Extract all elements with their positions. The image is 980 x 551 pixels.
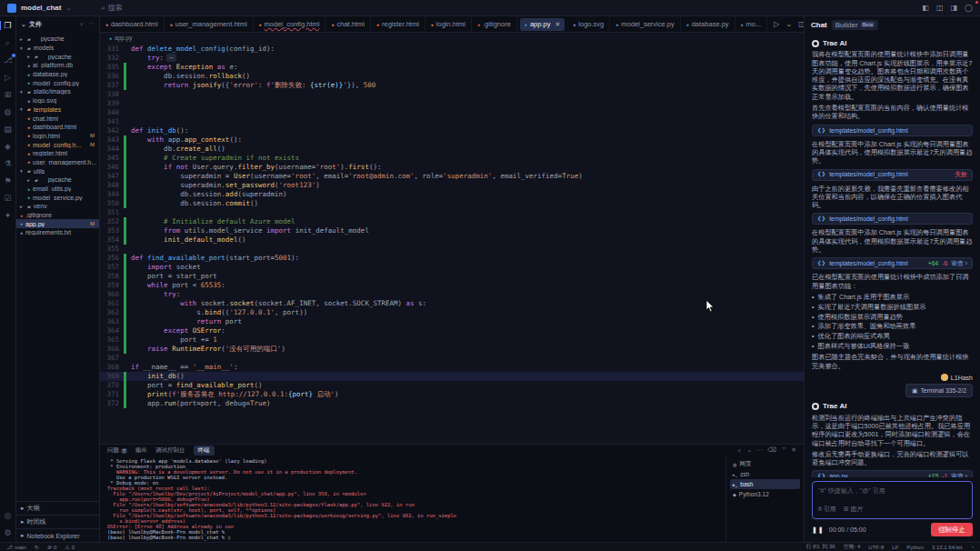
terminal-output[interactable]: * Serving Flask app 'models.database' (l…: [100, 456, 725, 542]
sidebar-section-notebook-explorer[interactable]: ▸Notebook Explorer: [16, 528, 99, 542]
run-dropdown-icon[interactable]: ⌄: [785, 20, 792, 28]
tab-register-html[interactable]: ●register.html: [371, 16, 425, 32]
tab-model-config-html[interactable]: ●model_config.html: [254, 16, 326, 32]
tree-item-model-config-h---[interactable]: ●model_config.h...M: [16, 140, 99, 149]
database-icon[interactable]: ▤: [4, 125, 12, 134]
new-terminal-icon[interactable]: ＋: [735, 446, 742, 456]
tree-item-logo-svg[interactable]: ●logo.svg: [16, 96, 99, 105]
chat-messages[interactable]: Trae AI我将在模型配置页面的使用量统计模块中添加日调用量图表功能，使用 C…: [805, 33, 980, 477]
account-icon[interactable]: ◯: [965, 4, 973, 12]
kill-terminal-icon[interactable]: ⌫: [767, 446, 776, 456]
review-button[interactable]: 审查 ›: [951, 259, 967, 267]
tab-model-service-py[interactable]: ●model_service.py: [610, 16, 680, 32]
tree-item-static-images[interactable]: ▾▰static/images: [16, 87, 99, 96]
todo-icon[interactable]: ☑: [4, 194, 11, 203]
status-language-mode[interactable]: Python: [906, 543, 924, 551]
tab-chat-html[interactable]: ●chat.html: [325, 16, 370, 32]
terminal-session-zsh[interactable]: ▸_zsh: [730, 469, 800, 479]
status-eol[interactable]: LF: [892, 543, 898, 551]
chat-icon[interactable]: ✦: [5, 211, 12, 220]
tab-database-py[interactable]: ●database.py: [681, 16, 735, 32]
tree-item-model-service-py[interactable]: ●model_service.py: [16, 193, 99, 202]
review-button[interactable]: 审查 ›: [951, 472, 967, 477]
tree-item-login-html[interactable]: ●login.htmlM: [16, 132, 99, 141]
settings-gear-icon[interactable]: ⚙: [4, 528, 11, 537]
remote-icon[interactable]: ◍: [5, 107, 12, 116]
tree-item-models[interactable]: ▾▰models: [16, 44, 99, 53]
sidebar-section----[interactable]: ▸时间线: [16, 515, 99, 528]
terminal-session-bash[interactable]: ▸_bash: [730, 479, 800, 489]
panel-tab-调试控制台[interactable]: 调试控制台: [155, 446, 185, 455]
file-reference-chip[interactable]: ❮❯templates/model_config.html: [812, 213, 973, 225]
tree-item-templates[interactable]: ▾▰templates: [16, 105, 99, 115]
sidebar-section---[interactable]: ▸大纲: [16, 501, 99, 515]
tree-item---pycache--[interactable]: ▸▰__pycache__: [16, 35, 99, 44]
tree-item-database-py[interactable]: ●database.py: [16, 70, 99, 79]
tab-mo---[interactable]: ●mo...: [735, 16, 768, 32]
file-reference-chip[interactable]: ❮❯templates/model_config.html+64-6审查 ›: [812, 257, 973, 269]
panel-tab-终端[interactable]: 终端: [194, 446, 215, 456]
source-control-icon[interactable]: ⎇: [3, 55, 12, 65]
layout-right-icon[interactable]: ◨: [950, 4, 957, 12]
tab-user-management-html[interactable]: ●user_management.html: [165, 16, 254, 32]
terminal-session-python3.12[interactable]: ◆Python3.12: [730, 489, 800, 499]
tree-item-user-management-h---[interactable]: ●user_management.h...: [16, 158, 99, 167]
reference-button[interactable]: # 引用: [818, 505, 836, 514]
tree-item-model-config-py[interactable]: ●model_config.py: [16, 78, 99, 87]
chat-input[interactable]: "#" 快捷输入，"@" 引用 # 引用 ⊞ 图片: [812, 481, 973, 519]
status-git-branch[interactable]: ⎇main: [6, 544, 26, 550]
tab-dashboard-html[interactable]: ●dashboard.html: [100, 16, 165, 32]
tree-item-email-utils-py[interactable]: ●email_utils.py: [16, 185, 99, 194]
tree-item-requirements-txt[interactable]: ●requirements.txt: [16, 228, 99, 237]
bookmarks-icon[interactable]: ⚑: [4, 176, 11, 185]
tree-item-chat-html[interactable]: ●chat.html: [16, 114, 99, 123]
file-reference-chip[interactable]: ❮❯templates/model_config.html失败: [812, 169, 973, 181]
status-notifications[interactable]: ◔: [970, 543, 974, 551]
pause-button[interactable]: ❚❚: [812, 526, 825, 534]
close-panel-icon[interactable]: ✕: [791, 446, 796, 456]
explorer-header[interactable]: ⌄ 文件 ＋⋯: [16, 16, 99, 33]
run-debug-icon[interactable]: ▷: [5, 73, 11, 82]
tree-item-dashboard-html[interactable]: ●dashboard.html: [16, 123, 99, 132]
tree-item---pycache--[interactable]: ▸▰__pycache__: [16, 52, 99, 61]
file-reference-chip[interactable]: ❮❯templates/model_config.html: [812, 125, 973, 136]
explorer-icon[interactable]: ❐: [4, 21, 11, 30]
tree-item--gitignore[interactable]: ●.gitignore: [16, 211, 99, 220]
more-actions-icon[interactable]: ⋯: [88, 20, 95, 29]
terminal-session-网页[interactable]: ◍网页: [730, 459, 800, 469]
tab-chat[interactable]: Chat: [811, 21, 827, 29]
tab-logo-svg[interactable]: ●logo.svg: [567, 16, 610, 32]
tree-item-venv[interactable]: ▸▰venv: [16, 202, 99, 211]
status-encoding[interactable]: UTF-8: [868, 543, 884, 551]
status-warnings[interactable]: ⚠0: [65, 544, 75, 550]
breadcrumb[interactable]: ● app.py: [100, 33, 804, 43]
maximize-panel-icon[interactable]: ⌃: [781, 446, 786, 456]
more-icon[interactable]: ⋯: [756, 446, 763, 456]
status-cursor-position[interactable]: 行 83, 列 36: [806, 543, 835, 551]
testing-icon[interactable]: ⚗: [4, 159, 11, 168]
tree-item-ai-platform-db[interactable]: ●ai_platform.db: [16, 61, 99, 70]
tree-item---pycache--[interactable]: ▸▰__pycache__: [16, 175, 99, 185]
close-icon[interactable]: ✕: [555, 21, 560, 28]
image-button[interactable]: ⊞ 图片: [844, 505, 864, 514]
terminal-reference-chip[interactable]: ▣Terminal 335-2/2: [905, 384, 973, 397]
extensions-icon[interactable]: ⊞: [5, 90, 12, 99]
terminal-dropdown-icon[interactable]: ⌄: [746, 446, 752, 456]
layout-panel-icon[interactable]: ◫: [936, 4, 944, 12]
status-interpreter[interactable]: 3.13.1 64-bit: [932, 543, 962, 551]
force-stop-button[interactable]: 强制停止: [931, 523, 973, 536]
run-button[interactable]: ▷: [774, 20, 779, 28]
panel-tab-问题[interactable]: 问题7: [107, 446, 127, 455]
new-file-icon[interactable]: ＋: [78, 20, 85, 29]
code-editor[interactable]: 331def delete_model_config(config_id):33…: [100, 43, 804, 444]
tree-item-register-html[interactable]: ●register.html: [16, 149, 99, 158]
tab-login-html[interactable]: ●login.html: [425, 16, 472, 32]
tree-item-utils[interactable]: ▾▰utils: [16, 166, 99, 175]
project-dropdown-icon[interactable]: ⌄: [65, 5, 71, 12]
tab-app-py[interactable]: ●app.py✕: [520, 18, 565, 31]
file-reference-chip[interactable]: ❮❯app.py+15-1审查 ›: [812, 470, 973, 477]
search-icon[interactable]: ⌕: [5, 38, 10, 47]
status-errors[interactable]: ⊘0: [47, 544, 56, 550]
status-indentation[interactable]: 空格: 4: [844, 543, 861, 551]
docker-icon[interactable]: ◈: [5, 142, 11, 151]
